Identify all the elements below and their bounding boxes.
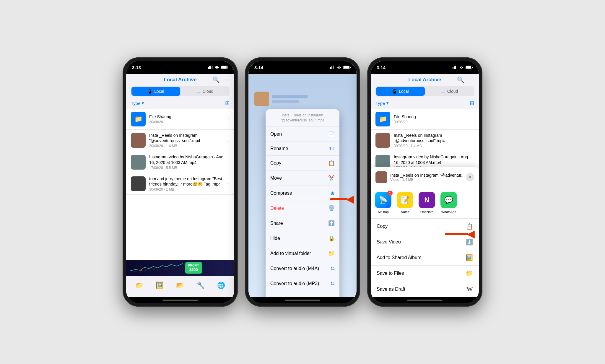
file-item-video-3[interactable]: ▶ tom and jerry meme on Instagram "Best … <box>126 173 234 195</box>
tab-bar-tools-1[interactable]: 🔧 <box>193 280 208 291</box>
tab-cloud-3[interactable]: ☁️ Cloud <box>425 87 474 96</box>
share-save-video-label: Save Video <box>377 239 401 245</box>
svg-rect-8 <box>330 67 331 69</box>
notes-label: Notes <box>401 210 409 214</box>
search-icon-1[interactable]: 🔍 <box>212 76 220 83</box>
profile-text-2 <box>272 95 308 103</box>
whatsapp-icon: 💬 <box>440 192 457 208</box>
tab-local-label-1: Local <box>154 89 164 94</box>
file-item-v1-3[interactable]: Insta _Reels on Instagram "@adventurouss… <box>371 130 479 151</box>
folder-thumb-1: 📁 <box>131 112 146 126</box>
tab-bar-photos-1[interactable]: 🖼️ <box>152 280 167 291</box>
filter-row-3: Type ▾ ⊞ <box>371 99 479 109</box>
tab-cloud-1[interactable]: ☁️ Cloud <box>180 87 229 96</box>
file-list-3: 📁 File Sharing 30/08/20 Insta _Reels on … <box>371 109 479 297</box>
share-apps-row-3: 📡 1 AirDrop 📝 Notes <box>371 187 479 219</box>
menu-item-compress[interactable]: Compress ⊕ <box>266 186 339 201</box>
share-album-icon: 🖼️ <box>466 254 473 261</box>
filter-type-3[interactable]: Type ▾ <box>375 100 389 106</box>
share-app-airdrop[interactable]: 📡 1 AirDrop <box>374 192 393 214</box>
profile-thumb-2 <box>254 92 269 106</box>
menu-m4a-label: Convert to audio (M4A) <box>270 266 319 271</box>
share-draft-label: Save as Draft <box>377 287 405 292</box>
filter-type-1[interactable]: Type ▾ <box>131 100 144 106</box>
more-icon-3[interactable]: ··· <box>469 76 474 83</box>
tab-bar-shared-1[interactable]: 📂 <box>173 280 188 291</box>
save-video-arrow: ◀ <box>445 228 474 240</box>
home-bar-3 <box>407 300 443 301</box>
share-app-onenote[interactable]: N OneNote <box>417 192 436 214</box>
menu-item-mp3[interactable]: Convert to audio (MP3) ↻ <box>266 276 339 291</box>
tab-photos-icon-1: 🖼️ <box>156 282 164 289</box>
tab-bar-files-1[interactable]: 📁 <box>132 280 147 291</box>
tab-local-1[interactable]: 📱 Local <box>131 87 180 96</box>
filter-row-1: Type ▾ ⊞ <box>126 99 234 109</box>
file-item-folder-3[interactable]: 📁 File Sharing 30/08/20 <box>371 109 479 130</box>
search-icon-3[interactable]: 🔍 <box>457 76 464 83</box>
chevron-right-video-2: › <box>228 160 230 165</box>
share-action-shared-album[interactable]: Add to Shared Album 🖼️ <box>371 250 479 266</box>
tab-cloud-label-3: Cloud <box>447 89 458 94</box>
menu-item-cloud[interactable]: Send to cloud ☁️ <box>266 291 339 297</box>
menu-item-share[interactable]: Share ⬆️ <box>266 216 339 231</box>
menu-item-hide[interactable]: Hide 🔒 <box>266 231 339 246</box>
file-item-folder-1[interactable]: 📁 File Sharing 30/08/20 › <box>126 109 234 130</box>
share-app-whatsapp[interactable]: 💬 WhatsApp <box>439 192 458 214</box>
svg-rect-10 <box>333 66 334 69</box>
airdrop-badge: 1 <box>387 191 393 196</box>
menu-item-delete[interactable]: Delete 🗑️ <box>266 201 339 216</box>
grid-icon-3[interactable]: ⊞ <box>470 100 474 106</box>
menu-item-open[interactable]: Open 📄 <box>266 127 339 142</box>
file-info-video-2: Instagram video by NishaGuragain · Aug 1… <box>149 154 228 170</box>
tab-bar-web-1[interactable]: 🌐 <box>214 280 229 291</box>
chevron-icon-3: ▾ <box>386 100 389 106</box>
svg-rect-15 <box>453 67 453 69</box>
menu-open-icon: 📄 <box>328 131 335 137</box>
ad-profit-text-1: PROFIT $500 <box>185 262 202 274</box>
tab-tools-icon-1: 🔧 <box>197 282 205 289</box>
video-date-3: 30/08/20 · 1 MB <box>149 187 228 191</box>
share-file-thumb-3 <box>375 171 387 183</box>
status-bar-1: 3:13 <box>126 61 234 74</box>
share-app-notes[interactable]: 📝 Notes <box>396 192 414 214</box>
menu-item-m4a[interactable]: Convert to audio (M4A) ↻ <box>266 261 339 276</box>
video-thumb-1: ▶ <box>131 133 146 148</box>
chevron-right-video-1: › <box>228 138 230 143</box>
menu-hide-label: Hide <box>270 236 280 241</box>
share-album-label: Add to Shared Album <box>377 255 421 260</box>
tab-local-3[interactable]: 📱 Local <box>376 87 425 96</box>
svg-rect-13 <box>344 66 349 69</box>
file-item-video-1[interactable]: ▶ Insta _Reels on Instagram "@adventurou… <box>126 130 234 151</box>
header-icons-1: 🔍 ··· <box>212 76 230 83</box>
tab-shared-icon-1: 📂 <box>176 282 184 289</box>
file-item-video-2[interactable]: ▶ Instagram video by NishaGuragain · Aug… <box>126 151 234 173</box>
folder-thumb-3: 📁 <box>375 112 390 126</box>
menu-item-copy[interactable]: Copy 📋 <box>266 156 339 171</box>
share-action-draft[interactable]: Save as Draft W <box>371 281 479 297</box>
home-bar-1 <box>162 300 198 301</box>
menu-item-virtual[interactable]: Add to virtual folder 📁 <box>266 246 339 261</box>
menu-m4a-icon: ↻ <box>330 265 335 272</box>
context-menu-header-text-2: Insta _Reels on Instagram "@adventurouss… <box>270 113 335 123</box>
status-icons-1 <box>208 66 228 69</box>
tab-web-icon-1: 🌐 <box>217 282 225 289</box>
status-icons-2 <box>330 66 351 69</box>
menu-share-icon: ⬆️ <box>328 220 335 227</box>
more-icon-1[interactable]: ··· <box>225 76 230 83</box>
tab-files-icon-1: 📁 <box>135 282 143 289</box>
phone-2: 3:14 Insta _Reels <box>245 57 360 307</box>
menu-mp3-label: Convert to audio (MP3) <box>270 281 319 286</box>
menu-item-rename[interactable]: Rename T↑ <box>266 142 339 156</box>
phone-2-screen: 3:14 Insta _Reels <box>248 61 357 303</box>
share-action-files[interactable]: Save to Files 📁 <box>371 266 479 281</box>
menu-item-move[interactable]: Move ✂️ <box>266 171 339 186</box>
grid-icon-1[interactable]: ⊞ <box>225 100 230 106</box>
video-name-v2-3: Instagram video by NishaGuragain · Aug 1… <box>394 154 474 165</box>
notes-icon: 📝 <box>397 192 413 208</box>
share-header-3: Insta _Reels on Instagram "@adventur... … <box>371 171 479 187</box>
share-close-button-3[interactable]: ✕ <box>466 173 474 181</box>
status-bar-3: 3:14 <box>371 61 479 74</box>
menu-delete-icon: 🗑️ <box>328 205 335 212</box>
segment-control-1: 📱 Local ☁️ Cloud <box>131 86 230 96</box>
airdrop-icon: 📡 1 <box>375 192 391 208</box>
